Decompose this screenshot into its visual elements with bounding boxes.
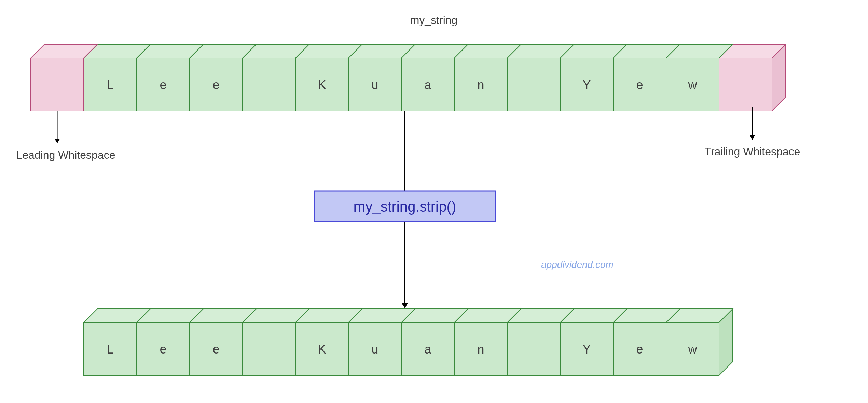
string-cell: n: [477, 78, 484, 92]
diagram-title: my_string: [410, 14, 458, 26]
string-cell: a: [424, 78, 431, 92]
svg-rect-9: [243, 58, 295, 111]
svg-rect-4: [507, 58, 560, 111]
string-cell: Y: [582, 78, 591, 92]
result-cell: w: [688, 342, 698, 356]
method-label: my_string.strip(): [353, 199, 456, 215]
string-cell: K: [318, 78, 326, 92]
svg-rect-22: [243, 322, 295, 375]
result-cell: n: [477, 342, 484, 356]
flow-arrowhead: [402, 303, 408, 308]
result-cell: u: [371, 342, 378, 356]
string-cell: L: [107, 78, 113, 92]
svg-rect-13: [31, 58, 84, 111]
result-cell: L: [107, 342, 113, 356]
watermark: appdividend.com: [541, 259, 614, 270]
string-cell: e: [212, 78, 219, 92]
result-cell: e: [212, 342, 219, 356]
result-cell: e: [636, 342, 643, 356]
string-cell: e: [636, 78, 643, 92]
string-cell: e: [160, 78, 166, 92]
string-cell: u: [371, 78, 378, 92]
result-cell: Y: [582, 342, 591, 356]
result-cell: K: [318, 342, 326, 356]
trailing-whitespace-label: Trailing Whitespace: [705, 145, 800, 158]
svg-rect-17: [507, 322, 560, 375]
leading-whitespace-label: Leading Whitespace: [16, 149, 115, 161]
result-cell: e: [160, 342, 166, 356]
result-cell: a: [424, 342, 431, 356]
svg-rect-0: [719, 58, 772, 111]
string-cell: w: [688, 78, 698, 92]
